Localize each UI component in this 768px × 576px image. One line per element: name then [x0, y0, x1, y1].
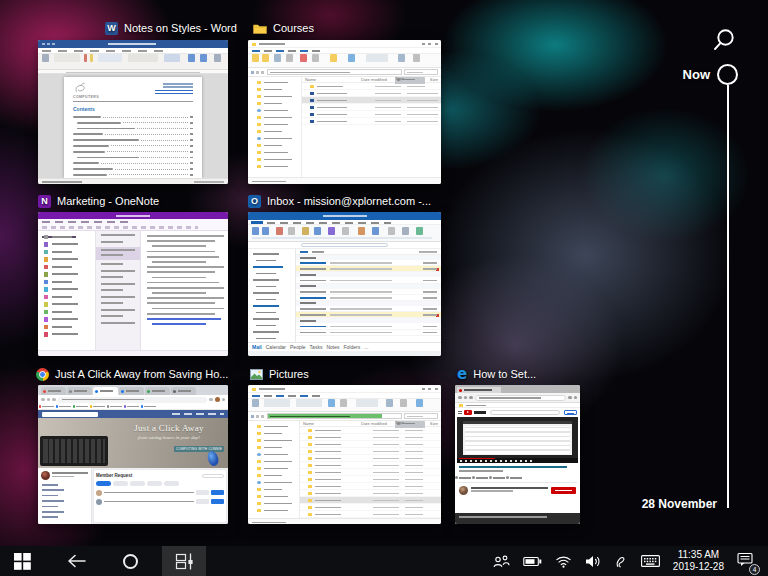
- file-row: [302, 83, 441, 90]
- onenote-status-bar: [38, 350, 228, 356]
- chrome-profile-avatar: [215, 397, 220, 402]
- folder-row: [300, 434, 441, 441]
- explorer-file-list: Name Date modified Type Size: [300, 421, 441, 518]
- cover-title-text: Just a Click Away: [112, 423, 226, 433]
- battery-tray-icon[interactable]: [523, 556, 542, 567]
- pictures-icon: [250, 369, 263, 380]
- window-thumbnail-onenote[interactable]: [38, 212, 228, 356]
- folder-row: [300, 476, 441, 483]
- onenote-titlebar: [38, 212, 228, 219]
- outlook-folder-pane: [248, 249, 296, 342]
- edge-toolbar: [455, 393, 580, 403]
- word-ruler: [38, 70, 228, 74]
- youtube-page: [455, 408, 580, 524]
- cover-keyboard-image: [40, 436, 108, 466]
- action-center-button[interactable]: 4: [737, 552, 760, 571]
- outlook-search-bar: [248, 242, 441, 249]
- filter-chips: [96, 481, 224, 486]
- chrome-icon: [36, 368, 49, 381]
- channel-avatar: [459, 486, 468, 495]
- file-row: [302, 90, 441, 97]
- word-page: COMPUTERS Contents: [64, 77, 202, 178]
- taskbar: 11:35 AM 2019-12-28 4: [0, 546, 768, 576]
- explorer-titlebar: [248, 40, 441, 48]
- windows-ink-pen-icon[interactable]: [614, 554, 628, 568]
- card-title-chrome: Just A Click Away from Saving Ho...: [55, 368, 228, 380]
- youtube-header: [455, 408, 580, 417]
- folder-row: [300, 490, 441, 497]
- folder-icon: [253, 23, 267, 34]
- window-thumbnail-edge[interactable]: [455, 385, 580, 524]
- back-button[interactable]: [54, 546, 98, 576]
- folder-row: [300, 441, 441, 448]
- volume-tray-icon[interactable]: [585, 555, 601, 568]
- cover-subtitle-text: from saving hours in your day!: [112, 435, 226, 440]
- folder-row: [300, 427, 441, 434]
- card-label-edge: e How to Set...: [457, 367, 536, 381]
- explorer-titlebar: [248, 385, 441, 393]
- youtube-signin-button: [564, 410, 577, 415]
- word-doc-contact-block: [155, 82, 193, 100]
- onenote-icon: N: [38, 195, 51, 208]
- edge-address-bar: [475, 395, 567, 401]
- file-row: [302, 104, 441, 111]
- start-button[interactable]: [0, 546, 44, 576]
- edge-tab-strip: [455, 385, 580, 393]
- clock-time: 11:35 AM: [673, 549, 724, 561]
- outlook-nav-bar: Mail Calendar People Tasks Notes Folders…: [248, 342, 441, 351]
- video-title-lines: [459, 466, 576, 474]
- windows-logo-icon: [14, 553, 31, 570]
- timeline-scrollbar[interactable]: [727, 85, 729, 508]
- explorer-file-list: Name Date modified Type Size: [302, 77, 441, 177]
- facebook-left-sidebar: [38, 468, 92, 524]
- card-title-word: Notes on Styles - Word: [124, 22, 237, 34]
- search-icon[interactable]: [711, 27, 737, 53]
- chrome-tab-strip: [38, 385, 228, 395]
- explorer-nav-pane: [248, 421, 300, 518]
- edge-favorites-bar: [455, 403, 580, 408]
- card-label-pictures: Pictures: [250, 367, 309, 381]
- folder-row: [300, 511, 441, 518]
- timeline-now-marker[interactable]: [717, 64, 738, 85]
- window-thumbnail-chrome[interactable]: Just a Click Away from saving hours in y…: [38, 385, 228, 524]
- window-thumbnail-outlook[interactable]: Mail Calendar People Tasks Notes Folders…: [248, 212, 441, 356]
- card-title-outlook: Inbox - mission@xplornet.com -...: [267, 195, 431, 207]
- explorer-nav-pane: [248, 77, 302, 177]
- folder-row: [300, 504, 441, 511]
- touch-keyboard-icon[interactable]: [641, 555, 660, 567]
- chrome-address-bar: [58, 397, 208, 403]
- subscribe-button: [551, 487, 576, 494]
- explorer-ribbon: [248, 54, 441, 68]
- card-label-word: W Notes on Styles - Word: [105, 21, 237, 35]
- onenote-page-selected: [96, 247, 140, 260]
- people-tray-icon[interactable]: [493, 555, 510, 568]
- onenote-page-list: [96, 231, 141, 350]
- folder-row-selected: [300, 497, 441, 504]
- taskbar-clock[interactable]: 11:35 AM 2019-12-28: [673, 549, 724, 573]
- timeline-date-label: 28 November: [642, 497, 717, 511]
- address-progress-bar: [267, 413, 402, 419]
- task-view-button[interactable]: [162, 546, 206, 576]
- wifi-tray-icon[interactable]: [555, 555, 572, 568]
- word-contents-heading: Contents: [73, 106, 193, 112]
- timeline-task-view: W Notes on Styles - Word Courses N Marke…: [0, 0, 768, 576]
- window-thumbnail-pictures[interactable]: Name Date modified Type Size: [248, 385, 441, 524]
- window-thumbnail-courses[interactable]: Name Date modified Type Size: [248, 40, 441, 184]
- word-document-area: COMPUTERS Contents: [38, 74, 228, 178]
- member-request-header: Member Request: [96, 473, 132, 478]
- outlook-ribbon: [248, 225, 441, 242]
- explorer-address-bar: [248, 68, 441, 77]
- onenote-page-content: [141, 231, 228, 350]
- facebook-profile-photo: [41, 471, 50, 480]
- cortana-button[interactable]: [108, 546, 152, 576]
- card-title-pictures: Pictures: [269, 368, 309, 380]
- window-thumbnail-word[interactable]: COMPUTERS Contents: [38, 40, 228, 184]
- file-row: [302, 118, 441, 125]
- back-arrow-icon: [65, 553, 87, 569]
- edge-icon: e: [457, 368, 467, 381]
- next-video-strip: [455, 513, 580, 524]
- youtube-search-box: [490, 410, 560, 415]
- facebook-cover-photo: Just a Click Away from saving hours in y…: [38, 418, 228, 468]
- message-row: [296, 330, 441, 336]
- card-label-courses: Courses: [253, 21, 314, 35]
